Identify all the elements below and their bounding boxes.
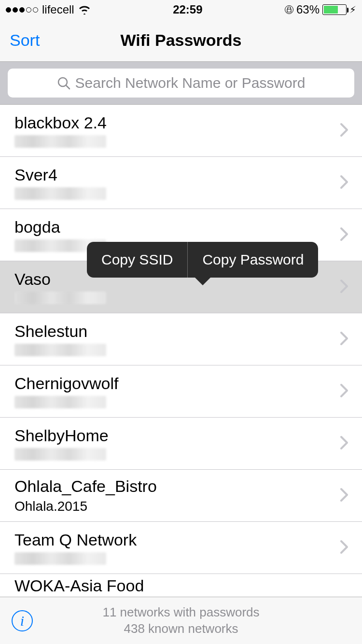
- chevron-right-icon: [340, 123, 348, 139]
- chevron-right-icon: [340, 488, 348, 504]
- carrier-name: lifecell: [42, 3, 74, 16]
- network-password-blurred: [14, 448, 106, 461]
- network-ssid: blackbox 2.4: [14, 113, 340, 132]
- copy-password-button[interactable]: Copy Password: [188, 242, 318, 278]
- battery-icon: [322, 4, 347, 15]
- network-ssid: bogda: [14, 218, 340, 237]
- network-row[interactable]: Team Q Network: [0, 522, 362, 574]
- network-ssid: Team Q Network: [14, 531, 340, 549]
- wifi-icon: [78, 5, 91, 14]
- network-password-blurred: [14, 552, 106, 565]
- network-ssid: Chernigovwolf: [14, 374, 340, 393]
- network-password-blurred: [14, 396, 106, 408]
- network-password-blurred: [14, 292, 106, 304]
- chevron-right-icon: [340, 435, 348, 452]
- search-input[interactable]: Search Network Name or Password: [8, 69, 354, 98]
- network-row[interactable]: Chernigovwolf: [0, 365, 362, 418]
- network-password-blurred: [14, 187, 106, 200]
- network-password: Ohlala.2015: [14, 499, 340, 514]
- network-list[interactable]: blackbox 2.4 Sver4 bogda Copy SSID C: [0, 105, 362, 593]
- network-row[interactable]: WOKA-Asia Food: [0, 574, 362, 593]
- chevron-right-icon: [340, 540, 348, 556]
- network-row[interactable]: Shelestun: [0, 313, 362, 365]
- footer-summary: 11 networks with passwords 438 known net…: [33, 604, 329, 637]
- network-row[interactable]: Ohlala_Cafe_Bistro Ohlala.2015: [0, 470, 362, 522]
- bottom-toolbar: i 11 networks with passwords 438 known n…: [0, 597, 362, 644]
- network-password-blurred: [14, 135, 106, 148]
- search-icon: [57, 76, 70, 90]
- chevron-right-icon: [340, 227, 348, 243]
- signal-strength-icon: [6, 7, 38, 13]
- copy-ssid-button[interactable]: Copy SSID: [87, 242, 187, 278]
- network-password-blurred: [14, 344, 106, 356]
- status-left: lifecell: [6, 3, 91, 16]
- page-title: Wifi Passwords: [0, 31, 362, 50]
- footer-line1: 11 networks with passwords: [33, 604, 329, 621]
- network-ssid: Shelestun: [14, 322, 340, 341]
- network-ssid: ShelbyHome: [14, 426, 340, 445]
- charging-icon: ⚡︎: [349, 4, 356, 15]
- search-placeholder: Search Network Name or Password: [75, 75, 306, 91]
- network-ssid: Ohlala_Cafe_Bistro: [14, 477, 340, 496]
- network-ssid: WOKA-Asia Food: [14, 576, 348, 594]
- chevron-right-icon: [340, 175, 348, 191]
- orientation-lock-icon: [285, 5, 293, 14]
- network-row[interactable]: ShelbyHome: [0, 418, 362, 470]
- chevron-right-icon: [340, 279, 348, 295]
- network-row[interactable]: blackbox 2.4: [0, 105, 362, 157]
- network-ssid: Sver4: [14, 166, 340, 184]
- chevron-right-icon: [340, 331, 348, 348]
- navigation-bar: Sort Wifi Passwords: [0, 19, 362, 62]
- status-time: 22:59: [173, 3, 202, 16]
- status-bar: lifecell 22:59 63% ⚡︎: [0, 0, 362, 19]
- search-container: Search Network Name or Password: [0, 62, 362, 105]
- network-row[interactable]: Sver4: [0, 157, 362, 209]
- battery-percentage: 63%: [296, 3, 320, 16]
- context-menu: Copy SSID Copy Password: [87, 242, 318, 278]
- info-icon[interactable]: i: [12, 610, 33, 631]
- sort-button[interactable]: Sort: [10, 31, 40, 50]
- chevron-right-icon: [340, 383, 348, 400]
- footer-line2: 438 known networks: [33, 621, 329, 637]
- status-right: 63% ⚡︎: [285, 3, 356, 16]
- network-row[interactable]: Copy SSID Copy Password Vaso: [0, 261, 362, 313]
- svg-line-1: [66, 85, 70, 89]
